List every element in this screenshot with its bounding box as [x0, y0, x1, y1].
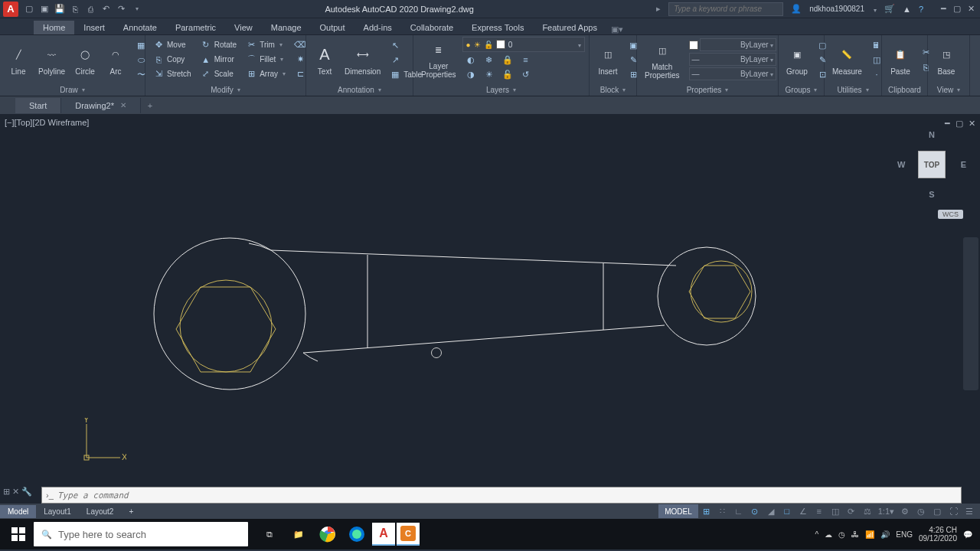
- viewcube-s[interactable]: S: [929, 190, 934, 199]
- line-button[interactable]: ╱Line: [5, 37, 32, 83]
- explorer-icon[interactable]: 📁: [285, 520, 312, 548]
- help-search-input[interactable]: [668, 2, 783, 16]
- status-ortho-button[interactable]: ∟: [731, 504, 746, 518]
- stretch-button[interactable]: ⇲Stretch: [150, 67, 194, 81]
- tab-addins[interactable]: Add-ins: [354, 21, 401, 34]
- rotate-button[interactable]: ↻Rotate: [198, 38, 240, 52]
- tab-featured-apps[interactable]: Featured Apps: [533, 21, 606, 34]
- restore-icon[interactable]: ▢: [951, 4, 963, 15]
- undo-icon[interactable]: ↶: [100, 3, 112, 15]
- tray-onedrive-icon[interactable]: ☁: [825, 530, 832, 539]
- text-button[interactable]: AText: [311, 37, 338, 83]
- fillet-button[interactable]: ⌒Fillet: [243, 53, 289, 67]
- dimension-button[interactable]: ⟷Dimension: [341, 37, 384, 83]
- panel-title-utilities[interactable]: Utilities: [825, 84, 881, 96]
- layer-lock-button[interactable]: 🔒: [499, 53, 516, 67]
- layer-dropdown-icon[interactable]: [577, 41, 581, 49]
- trim-button[interactable]: ✂Trim: [243, 38, 289, 52]
- mirror-button[interactable]: ▲Mirror: [198, 53, 240, 67]
- tray-volume-icon[interactable]: 🔊: [880, 530, 890, 539]
- layer-match-button[interactable]: ≡: [518, 53, 534, 67]
- edge-icon[interactable]: [343, 520, 371, 548]
- command-input[interactable]: [57, 491, 961, 500]
- navigation-bar[interactable]: [963, 237, 978, 390]
- tray-wifi-icon[interactable]: 📶: [865, 530, 874, 539]
- drawing-canvas[interactable]: [−][Top][2D Wireframe] ━ ▢ ✕ N S E W TOP…: [0, 115, 980, 487]
- status-polar-button[interactable]: ⊙: [747, 504, 763, 518]
- open-icon[interactable]: ▣: [38, 3, 51, 15]
- plot-icon[interactable]: ⎙: [84, 3, 96, 15]
- viewcube-w[interactable]: W: [897, 160, 905, 169]
- tab-manage[interactable]: Manage: [262, 21, 311, 34]
- color-selector[interactable]: ByLayer: [700, 38, 776, 51]
- status-otrack-button[interactable]: ∠: [795, 504, 811, 518]
- tab-collaborate[interactable]: Collaborate: [401, 21, 462, 34]
- polyline-button[interactable]: 〰Polyline: [35, 37, 68, 83]
- status-cycling-button[interactable]: ⟳: [844, 504, 859, 518]
- linetype-selector[interactable]: —ByLayer: [689, 67, 776, 80]
- tab-home[interactable]: Home: [34, 21, 74, 34]
- autocad-taskbar-icon[interactable]: A: [372, 523, 395, 546]
- tray-up-icon[interactable]: ^: [815, 530, 819, 539]
- cmd-wrench-icon[interactable]: 🔧: [21, 487, 32, 497]
- status-scale-button[interactable]: 1:1▾: [876, 504, 897, 518]
- close-icon[interactable]: ✕: [965, 4, 977, 15]
- layer-unlock-button[interactable]: 🔓: [499, 67, 516, 81]
- status-model-button[interactable]: MODEL: [658, 504, 698, 518]
- tab-parametric[interactable]: Parametric: [166, 21, 225, 34]
- layout-tab-model[interactable]: Model: [0, 505, 36, 518]
- group-button[interactable]: ▣Group: [783, 37, 811, 83]
- start-button[interactable]: [3, 520, 34, 548]
- viewcube-n[interactable]: N: [929, 130, 935, 139]
- signin-icon[interactable]: 👤: [791, 4, 802, 14]
- status-transparency-button[interactable]: ◫: [828, 504, 843, 518]
- qat-dropdown-icon[interactable]: [130, 3, 142, 15]
- viewcube-e[interactable]: E: [961, 160, 966, 169]
- panel-title-layers[interactable]: Layers: [413, 83, 589, 96]
- doc-tab-close-icon[interactable]: ✕: [120, 101, 126, 109]
- arc-button[interactable]: ◠Arc: [102, 37, 129, 83]
- username-label[interactable]: ndkhoa1900821: [809, 5, 864, 13]
- panel-title-annotation[interactable]: Annotation: [306, 84, 413, 96]
- doc-tab-start[interactable]: Start: [15, 98, 61, 113]
- status-osnap-button[interactable]: □: [779, 504, 795, 518]
- camtasia-icon[interactable]: C: [397, 523, 420, 546]
- minimize-icon[interactable]: ━: [937, 4, 949, 15]
- saveas-icon[interactable]: ⎘: [69, 3, 81, 15]
- measure-button[interactable]: 📏Measure: [829, 37, 865, 83]
- new-icon[interactable]: ▢: [23, 3, 35, 15]
- cmd-close-icon[interactable]: ✕: [12, 487, 19, 497]
- status-iso-button[interactable]: ◢: [763, 504, 779, 518]
- scale-button[interactable]: ⤢Scale: [198, 67, 240, 81]
- base-button[interactable]: ◳Base: [933, 37, 960, 83]
- tab-expand-icon[interactable]: ▣▾: [611, 24, 623, 34]
- tray-network-icon[interactable]: 🖧: [851, 530, 859, 539]
- doc-tab-drawing2[interactable]: Drawing2*✕: [61, 98, 141, 113]
- tab-annotate[interactable]: Annotate: [114, 21, 166, 34]
- tray-app-icon[interactable]: ◷: [838, 530, 845, 539]
- layer-freeze-button[interactable]: ❄: [481, 53, 498, 67]
- autodesk-app-icon[interactable]: ▲: [903, 5, 911, 14]
- copy-button[interactable]: ⎘Copy: [150, 53, 194, 67]
- panel-title-block[interactable]: Block: [590, 84, 636, 96]
- chrome-icon[interactable]: [314, 520, 341, 548]
- layer-thaw-button[interactable]: ☀: [481, 67, 498, 81]
- tab-insert[interactable]: Insert: [74, 21, 114, 34]
- status-lwt-button[interactable]: ≡: [812, 504, 827, 518]
- layer-off-button[interactable]: ◐: [462, 53, 479, 67]
- layer-iso-button[interactable]: ◑: [462, 67, 479, 81]
- paste-button[interactable]: 📋Paste: [887, 37, 914, 83]
- wcs-badge[interactable]: WCS: [938, 210, 963, 219]
- layer-properties-button[interactable]: ≣Layer Properties: [418, 37, 459, 80]
- redo-icon[interactable]: ↷: [115, 3, 127, 15]
- tray-clock[interactable]: 4:26 CH 09/12/2020: [919, 526, 957, 543]
- status-annoscale-button[interactable]: ⚖: [860, 504, 875, 518]
- layer-selector[interactable]: ● ☀ 🔓 0: [462, 37, 585, 52]
- match-properties-button[interactable]: ◫Match Properties: [642, 37, 683, 83]
- tab-view[interactable]: View: [225, 21, 262, 34]
- task-view-icon[interactable]: ⧉: [256, 520, 283, 548]
- status-ws-button[interactable]: ◷: [913, 504, 929, 518]
- layout-tab-layout1[interactable]: Layout1: [36, 505, 79, 518]
- status-grid-button[interactable]: ⊞: [699, 504, 714, 518]
- panel-title-view[interactable]: View: [928, 84, 969, 96]
